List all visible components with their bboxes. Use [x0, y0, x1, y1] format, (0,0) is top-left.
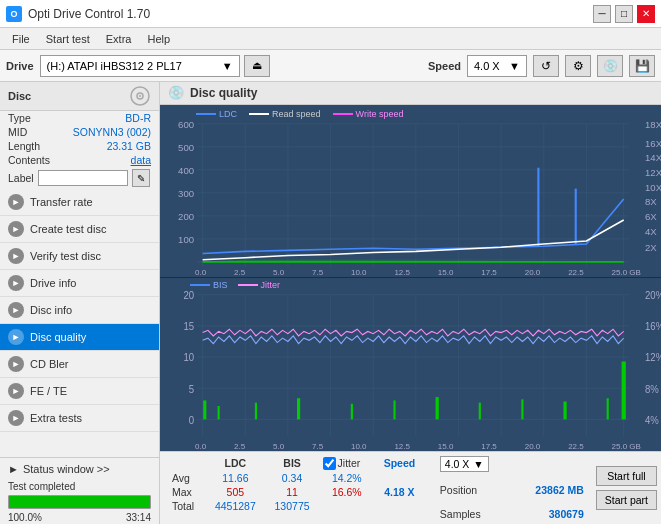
- top-chart: LDC Read speed Write speed: [160, 105, 661, 279]
- sidebar-item-cd-bler[interactable]: ► CD Bler: [0, 351, 159, 378]
- sidebar-item-extra-tests[interactable]: ► Extra tests: [0, 405, 159, 432]
- total-jitter: [319, 499, 375, 513]
- total-ldc: 4451287: [205, 499, 265, 513]
- maximize-button[interactable]: □: [615, 5, 633, 23]
- transfer-rate-icon: ►: [8, 194, 24, 210]
- sidebar-item-disc-info[interactable]: ► Disc info: [0, 297, 159, 324]
- svg-text:5: 5: [189, 384, 195, 395]
- stats-row-total: Total 4451287 130775: [168, 499, 424, 513]
- read-speed-color: [249, 113, 269, 115]
- settings-button[interactable]: ⚙: [565, 55, 591, 77]
- col-header-ldc: LDC: [205, 456, 265, 471]
- svg-text:12X: 12X: [645, 167, 661, 178]
- fe-te-icon: ►: [8, 383, 24, 399]
- menu-extra[interactable]: Extra: [98, 31, 140, 47]
- svg-rect-40: [160, 278, 661, 451]
- title-bar-left: O Opti Drive Control 1.70: [6, 6, 150, 22]
- speed-select-box[interactable]: 4.0 X ▼: [440, 456, 489, 472]
- title-bar: O Opti Drive Control 1.70 ─ □ ✕: [0, 0, 661, 28]
- disc-label-button[interactable]: ✎: [132, 169, 150, 187]
- menu-help[interactable]: Help: [139, 31, 178, 47]
- sidebar-item-create-test-disc[interactable]: ► Create test disc: [0, 216, 159, 243]
- max-speed-value: 4.18 X: [375, 485, 424, 499]
- disc-button[interactable]: 💿: [597, 55, 623, 77]
- progress-info: 100.0% 33:14: [0, 511, 159, 524]
- window-controls: ─ □ ✕: [593, 5, 655, 23]
- speed-dropdown[interactable]: 4.0 X ▼: [467, 55, 527, 77]
- write-speed-color: [333, 113, 353, 115]
- stats-data-table: LDC BIS Jitter Speed: [168, 456, 424, 513]
- status-window-icon: ►: [8, 463, 19, 475]
- col-header-bis: BIS: [266, 456, 319, 471]
- disc-section-header: Disc: [0, 82, 159, 111]
- save-button[interactable]: 💾: [629, 55, 655, 77]
- disc-quality-icon: ►: [8, 329, 24, 345]
- status-window-button[interactable]: ► Status window >>: [0, 457, 159, 480]
- menu-file[interactable]: File: [4, 31, 38, 47]
- sidebar-item-drive-info[interactable]: ► Drive info: [0, 270, 159, 297]
- avg-bis: 0.34: [266, 471, 319, 485]
- svg-text:400: 400: [178, 165, 194, 176]
- svg-text:500: 500: [178, 142, 194, 153]
- avg-jitter: 14.2%: [319, 471, 375, 485]
- start-buttons-area: Start full Start part: [592, 452, 661, 524]
- disc-quality-header: 💿 Disc quality: [160, 82, 661, 105]
- top-x-axis: 0.02.55.07.510.012.515.017.520.022.525.0…: [195, 268, 641, 277]
- avg-ldc: 11.66: [205, 471, 265, 485]
- drive-bar: Drive (H:) ATAPI iHBS312 2 PL17 ▼ ⏏ Spee…: [0, 50, 661, 82]
- total-bis: 130775: [266, 499, 319, 513]
- app-title: Opti Drive Control 1.70: [28, 7, 150, 21]
- close-button[interactable]: ✕: [637, 5, 655, 23]
- status-text: Test completed: [0, 480, 159, 493]
- svg-text:6X: 6X: [645, 211, 657, 222]
- col-header-jitter-check: Jitter: [319, 456, 375, 471]
- top-chart-svg: 600 500 400 300 200 100 18X 16X 14X 12X …: [160, 105, 661, 278]
- bottom-chart-svg: 20 15 10 5 0 20% 16% 12% 8% 4%: [160, 278, 661, 451]
- start-full-button[interactable]: Start full: [596, 466, 657, 486]
- avg-speed: [375, 471, 424, 485]
- drive-info-icon: ►: [8, 275, 24, 291]
- right-panel: 💿 Disc quality LDC Read speed: [160, 82, 661, 524]
- svg-text:20: 20: [183, 290, 194, 301]
- sidebar-item-disc-quality[interactable]: ► Disc quality: [0, 324, 159, 351]
- app-icon: O: [6, 6, 22, 22]
- jitter-checkbox[interactable]: [323, 457, 336, 470]
- start-part-button[interactable]: Start part: [596, 490, 657, 510]
- svg-text:200: 200: [178, 211, 194, 222]
- ldc-legend: LDC: [196, 109, 237, 119]
- sidebar-item-fe-te[interactable]: ► FE / TE: [0, 378, 159, 405]
- stats-row-max: Max 505 11 16.6% 4.18 X: [168, 485, 424, 499]
- top-chart-legend: LDC Read speed Write speed: [190, 107, 409, 121]
- avg-label: Avg: [168, 471, 205, 485]
- disc-label-input[interactable]: [38, 170, 128, 186]
- refresh-button[interactable]: ↺: [533, 55, 559, 77]
- chart-container: LDC Read speed Write speed: [160, 105, 661, 451]
- ldc-color: [196, 113, 216, 115]
- max-jitter: 16.6%: [319, 485, 375, 499]
- position-row: Position 23862 MB: [440, 484, 584, 496]
- svg-text:8%: 8%: [645, 384, 659, 395]
- bis-legend: BIS: [190, 280, 228, 290]
- svg-text:16%: 16%: [645, 321, 661, 332]
- col-header-empty: [168, 456, 205, 471]
- disc-section-title: Disc: [8, 90, 31, 102]
- svg-text:4%: 4%: [645, 415, 659, 426]
- menu-start-test[interactable]: Start test: [38, 31, 98, 47]
- bottom-chart-legend: BIS Jitter: [190, 280, 280, 290]
- sidebar-item-verify-test-disc[interactable]: ► Verify test disc: [0, 243, 159, 270]
- bottom-x-axis: 0.02.55.07.510.012.515.017.520.022.525.0…: [195, 442, 641, 451]
- samples-row: Samples 380679: [440, 508, 584, 520]
- minimize-button[interactable]: ─: [593, 5, 611, 23]
- svg-text:0: 0: [189, 415, 195, 426]
- sidebar-item-transfer-rate[interactable]: ► Transfer rate: [0, 189, 159, 216]
- bottom-chart: BIS Jitter: [160, 278, 661, 451]
- right-stats-block: 4.0 X ▼ Position 23862 MB Samples 380679: [432, 452, 592, 524]
- drive-dropdown[interactable]: (H:) ATAPI iHBS312 2 PL17 ▼: [40, 55, 240, 77]
- svg-text:4X: 4X: [645, 225, 657, 236]
- disc-icon: [129, 85, 151, 107]
- col-header-speed: Speed: [375, 456, 424, 471]
- stats-row-avg: Avg 11.66 0.34 14.2%: [168, 471, 424, 485]
- drive-label: Drive: [6, 60, 34, 72]
- eject-button[interactable]: ⏏: [244, 55, 270, 77]
- drive-select-area: (H:) ATAPI iHBS312 2 PL17 ▼ ⏏: [40, 55, 422, 77]
